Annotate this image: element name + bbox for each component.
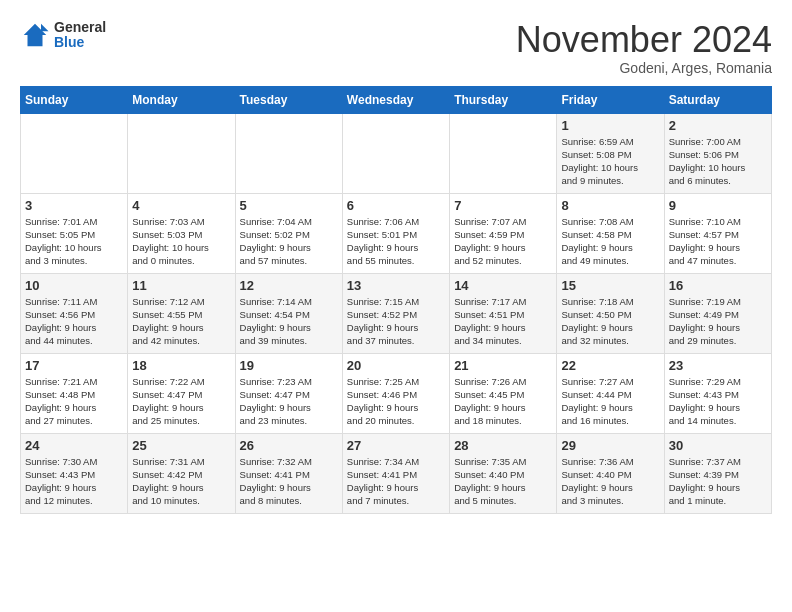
day-info: Sunrise: 7:07 AM Sunset: 4:59 PM Dayligh… — [454, 215, 552, 268]
day-info: Sunrise: 7:31 AM Sunset: 4:42 PM Dayligh… — [132, 455, 230, 508]
location-subtitle: Godeni, Arges, Romania — [516, 60, 772, 76]
day-info: Sunrise: 7:08 AM Sunset: 4:58 PM Dayligh… — [561, 215, 659, 268]
day-number: 21 — [454, 358, 552, 373]
day-number: 28 — [454, 438, 552, 453]
calendar-cell: 22Sunrise: 7:27 AM Sunset: 4:44 PM Dayli… — [557, 353, 664, 433]
calendar-cell: 24Sunrise: 7:30 AM Sunset: 4:43 PM Dayli… — [21, 433, 128, 513]
calendar-cell: 25Sunrise: 7:31 AM Sunset: 4:42 PM Dayli… — [128, 433, 235, 513]
calendar-cell: 20Sunrise: 7:25 AM Sunset: 4:46 PM Dayli… — [342, 353, 449, 433]
day-header-monday: Monday — [128, 86, 235, 113]
day-info: Sunrise: 7:22 AM Sunset: 4:47 PM Dayligh… — [132, 375, 230, 428]
calendar-cell: 9Sunrise: 7:10 AM Sunset: 4:57 PM Daylig… — [664, 193, 771, 273]
calendar-cell: 15Sunrise: 7:18 AM Sunset: 4:50 PM Dayli… — [557, 273, 664, 353]
day-info: Sunrise: 7:00 AM Sunset: 5:06 PM Dayligh… — [669, 135, 767, 188]
calendar-cell: 10Sunrise: 7:11 AM Sunset: 4:56 PM Dayli… — [21, 273, 128, 353]
day-number: 6 — [347, 198, 445, 213]
logo: General Blue — [20, 20, 106, 51]
calendar-cell: 8Sunrise: 7:08 AM Sunset: 4:58 PM Daylig… — [557, 193, 664, 273]
day-number: 14 — [454, 278, 552, 293]
page-header: General Blue November 2024 Godeni, Arges… — [20, 20, 772, 76]
day-header-wednesday: Wednesday — [342, 86, 449, 113]
day-info: Sunrise: 7:14 AM Sunset: 4:54 PM Dayligh… — [240, 295, 338, 348]
header-row: SundayMondayTuesdayWednesdayThursdayFrid… — [21, 86, 772, 113]
day-info: Sunrise: 7:36 AM Sunset: 4:40 PM Dayligh… — [561, 455, 659, 508]
calendar-cell: 16Sunrise: 7:19 AM Sunset: 4:49 PM Dayli… — [664, 273, 771, 353]
calendar-cell: 23Sunrise: 7:29 AM Sunset: 4:43 PM Dayli… — [664, 353, 771, 433]
calendar-cell: 12Sunrise: 7:14 AM Sunset: 4:54 PM Dayli… — [235, 273, 342, 353]
day-header-tuesday: Tuesday — [235, 86, 342, 113]
day-info: Sunrise: 7:32 AM Sunset: 4:41 PM Dayligh… — [240, 455, 338, 508]
calendar-cell — [342, 113, 449, 193]
calendar-cell: 11Sunrise: 7:12 AM Sunset: 4:55 PM Dayli… — [128, 273, 235, 353]
day-number: 10 — [25, 278, 123, 293]
day-info: Sunrise: 7:34 AM Sunset: 4:41 PM Dayligh… — [347, 455, 445, 508]
calendar-table: SundayMondayTuesdayWednesdayThursdayFrid… — [20, 86, 772, 514]
day-info: Sunrise: 7:10 AM Sunset: 4:57 PM Dayligh… — [669, 215, 767, 268]
day-info: Sunrise: 7:30 AM Sunset: 4:43 PM Dayligh… — [25, 455, 123, 508]
day-number: 3 — [25, 198, 123, 213]
day-info: Sunrise: 7:18 AM Sunset: 4:50 PM Dayligh… — [561, 295, 659, 348]
day-info: Sunrise: 7:01 AM Sunset: 5:05 PM Dayligh… — [25, 215, 123, 268]
day-info: Sunrise: 7:37 AM Sunset: 4:39 PM Dayligh… — [669, 455, 767, 508]
day-info: Sunrise: 7:35 AM Sunset: 4:40 PM Dayligh… — [454, 455, 552, 508]
calendar-body: 1Sunrise: 6:59 AM Sunset: 5:08 PM Daylig… — [21, 113, 772, 513]
calendar-cell: 29Sunrise: 7:36 AM Sunset: 4:40 PM Dayli… — [557, 433, 664, 513]
day-info: Sunrise: 7:15 AM Sunset: 4:52 PM Dayligh… — [347, 295, 445, 348]
day-header-thursday: Thursday — [450, 86, 557, 113]
day-info: Sunrise: 7:11 AM Sunset: 4:56 PM Dayligh… — [25, 295, 123, 348]
day-number: 8 — [561, 198, 659, 213]
day-number: 5 — [240, 198, 338, 213]
calendar-cell: 13Sunrise: 7:15 AM Sunset: 4:52 PM Dayli… — [342, 273, 449, 353]
calendar-cell: 19Sunrise: 7:23 AM Sunset: 4:47 PM Dayli… — [235, 353, 342, 433]
day-number: 9 — [669, 198, 767, 213]
week-row-4: 17Sunrise: 7:21 AM Sunset: 4:48 PM Dayli… — [21, 353, 772, 433]
day-number: 4 — [132, 198, 230, 213]
calendar-cell — [128, 113, 235, 193]
day-number: 23 — [669, 358, 767, 373]
logo-blue-text: Blue — [54, 35, 106, 50]
day-number: 26 — [240, 438, 338, 453]
day-info: Sunrise: 7:29 AM Sunset: 4:43 PM Dayligh… — [669, 375, 767, 428]
day-number: 15 — [561, 278, 659, 293]
day-number: 12 — [240, 278, 338, 293]
day-info: Sunrise: 7:21 AM Sunset: 4:48 PM Dayligh… — [25, 375, 123, 428]
calendar-cell — [21, 113, 128, 193]
day-number: 22 — [561, 358, 659, 373]
day-number: 24 — [25, 438, 123, 453]
day-number: 27 — [347, 438, 445, 453]
calendar-cell: 6Sunrise: 7:06 AM Sunset: 5:01 PM Daylig… — [342, 193, 449, 273]
day-info: Sunrise: 7:03 AM Sunset: 5:03 PM Dayligh… — [132, 215, 230, 268]
day-number: 19 — [240, 358, 338, 373]
day-info: Sunrise: 7:06 AM Sunset: 5:01 PM Dayligh… — [347, 215, 445, 268]
week-row-3: 10Sunrise: 7:11 AM Sunset: 4:56 PM Dayli… — [21, 273, 772, 353]
day-number: 30 — [669, 438, 767, 453]
day-number: 1 — [561, 118, 659, 133]
title-block: November 2024 Godeni, Arges, Romania — [516, 20, 772, 76]
calendar-cell: 14Sunrise: 7:17 AM Sunset: 4:51 PM Dayli… — [450, 273, 557, 353]
day-number: 16 — [669, 278, 767, 293]
calendar-header: SundayMondayTuesdayWednesdayThursdayFrid… — [21, 86, 772, 113]
day-info: Sunrise: 7:25 AM Sunset: 4:46 PM Dayligh… — [347, 375, 445, 428]
calendar-cell: 26Sunrise: 7:32 AM Sunset: 4:41 PM Dayli… — [235, 433, 342, 513]
calendar-cell: 3Sunrise: 7:01 AM Sunset: 5:05 PM Daylig… — [21, 193, 128, 273]
day-info: Sunrise: 7:12 AM Sunset: 4:55 PM Dayligh… — [132, 295, 230, 348]
day-number: 17 — [25, 358, 123, 373]
week-row-1: 1Sunrise: 6:59 AM Sunset: 5:08 PM Daylig… — [21, 113, 772, 193]
month-title: November 2024 — [516, 20, 772, 60]
day-number: 7 — [454, 198, 552, 213]
calendar-cell — [450, 113, 557, 193]
day-info: Sunrise: 7:04 AM Sunset: 5:02 PM Dayligh… — [240, 215, 338, 268]
day-number: 2 — [669, 118, 767, 133]
day-header-sunday: Sunday — [21, 86, 128, 113]
calendar-cell: 7Sunrise: 7:07 AM Sunset: 4:59 PM Daylig… — [450, 193, 557, 273]
logo-icon — [20, 20, 50, 50]
calendar-cell — [235, 113, 342, 193]
day-number: 25 — [132, 438, 230, 453]
day-number: 29 — [561, 438, 659, 453]
day-header-friday: Friday — [557, 86, 664, 113]
calendar-cell: 1Sunrise: 6:59 AM Sunset: 5:08 PM Daylig… — [557, 113, 664, 193]
calendar-cell: 28Sunrise: 7:35 AM Sunset: 4:40 PM Dayli… — [450, 433, 557, 513]
calendar-cell: 21Sunrise: 7:26 AM Sunset: 4:45 PM Dayli… — [450, 353, 557, 433]
calendar-cell: 5Sunrise: 7:04 AM Sunset: 5:02 PM Daylig… — [235, 193, 342, 273]
day-number: 13 — [347, 278, 445, 293]
